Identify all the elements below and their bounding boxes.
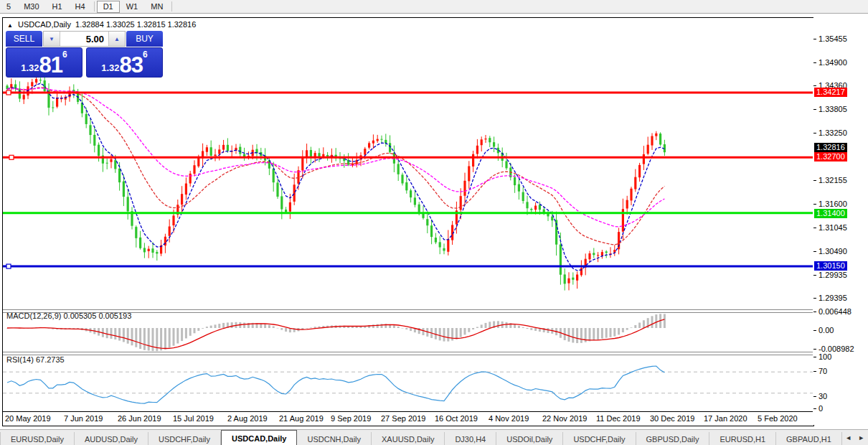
candle-body (435, 238, 437, 243)
macd-label: MACD(12,26,9) 0.005305 0.005193 (6, 312, 131, 320)
timeframe-button-h4[interactable]: H4 (69, 1, 92, 12)
candle-body (247, 156, 250, 156)
timeframe-button-h1[interactable]: H1 (46, 1, 69, 12)
macd-bar (127, 328, 129, 344)
candle-body (597, 255, 599, 256)
chart-tab-usdcnh-daily[interactable]: USDCNH,Daily (297, 432, 372, 445)
macd-bar (530, 328, 532, 330)
candle-body (439, 242, 441, 247)
date-label: 5 Feb 2020 (758, 414, 798, 423)
candle-body (372, 141, 374, 144)
axis-tick-label: 1.29395 (819, 294, 847, 302)
macd-bar (634, 325, 636, 328)
axis-tick-label: 1.30490 (819, 247, 847, 256)
macd-bar (514, 324, 516, 328)
chart-tab-eurusd-h1[interactable]: EURUSD,H1 (709, 432, 776, 445)
macd-bar (472, 328, 474, 329)
timeframe-button-5[interactable]: 5 (0, 1, 17, 12)
chart-tab-eurusd-daily[interactable]: EURUSD,Daily (0, 432, 75, 445)
sell-button[interactable]: SELL (6, 31, 42, 47)
macd-bar (197, 328, 199, 331)
macd-bar (139, 328, 141, 349)
rsi-pane[interactable] (3, 354, 813, 411)
axis-tick-mark (813, 312, 816, 312)
macd-bar (651, 316, 654, 328)
macd-bar (306, 328, 308, 329)
macd-bar (481, 324, 483, 328)
tab-scroll-right-icon[interactable]: ► (855, 432, 868, 444)
date-label: 26 Jun 2019 (118, 414, 161, 423)
candle-body (560, 245, 562, 275)
axis-tick-mark (813, 371, 816, 372)
date-label: 15 Jul 2019 (173, 414, 214, 423)
candle-body (414, 197, 416, 205)
buy-button[interactable]: BUY (126, 31, 163, 47)
candle-body (368, 143, 370, 147)
candle-body (210, 147, 212, 156)
macd-bar (534, 328, 537, 331)
macd-bar (527, 328, 529, 329)
chart-tab-usdcad-daily[interactable]: USDCAD,Daily (221, 430, 297, 445)
macd-bar (664, 314, 666, 328)
macd-bar (568, 328, 570, 342)
macd-bar (443, 328, 445, 342)
macd-bar (314, 327, 316, 328)
macd-bar (260, 324, 262, 328)
macd-bar (522, 327, 524, 328)
axis-tick-mark (813, 330, 816, 331)
candle-body (39, 80, 42, 80)
chart-tab-gbpusd-daily[interactable]: GBPUSD,Daily (636, 432, 710, 445)
date-label: 21 Aug 2019 (279, 414, 324, 423)
macd-bar (468, 328, 470, 332)
axis-tick-mark (813, 349, 816, 350)
volume-decrease-button[interactable]: ▼ (44, 32, 60, 46)
date-label: 20 May 2019 (5, 414, 51, 423)
chart-tab-dj30-h4[interactable]: DJ30,H4 (445, 432, 496, 445)
date-label: 2 Aug 2019 (227, 414, 268, 423)
timeframe-button-w1[interactable]: W1 (120, 1, 145, 12)
volume-control: ▼ ▲ (43, 31, 126, 47)
date-axis: 20 May 20197 Jun 201926 Jun 201915 Jul 2… (3, 412, 813, 425)
tab-scroll-arrows: ◄► (842, 430, 868, 445)
volume-input[interactable] (60, 32, 108, 46)
buy-price-box[interactable]: 1.32 83 6 (86, 47, 163, 78)
candle-body (364, 149, 366, 155)
volume-increase-button[interactable]: ▲ (108, 32, 125, 46)
timeframe-button-d1[interactable]: D1 (97, 1, 120, 13)
macd-bar (206, 327, 208, 328)
chart-symbol-label: USDCAD,Daily (18, 20, 71, 29)
candle-body (377, 139, 379, 141)
moving-average-mid (7, 88, 664, 245)
chart-tab-usdchf-daily[interactable]: USDCHF,Daily (563, 432, 636, 445)
chart-tab-gbpaud-h1[interactable]: GBPAUD,H1 (776, 432, 842, 445)
macd-bar (655, 314, 657, 328)
macd-bar (397, 327, 400, 328)
date-label: 27 Sep 2019 (381, 414, 425, 423)
tab-scroll-left-icon[interactable]: ◄ (842, 432, 855, 444)
chart-tab-usdoil-daily[interactable]: USDOil,Daily (496, 432, 563, 445)
macd-bar (622, 328, 624, 332)
macd-bar (610, 328, 612, 337)
timeframe-button-m30[interactable]: M30 (17, 1, 45, 12)
sell-price-prefix: 1.32 (21, 62, 39, 73)
candle-body (484, 139, 486, 139)
chart-tab-xauusd-daily[interactable]: XAUUSD,Daily (372, 432, 445, 445)
axis-tick-label: 70 (819, 367, 827, 375)
macd-bar (214, 324, 217, 328)
sell-price-box[interactable]: 1.32 81 6 (6, 47, 82, 78)
axis-tick-mark (813, 39, 816, 39)
chart-tab-usdchf-daily[interactable]: USDCHF,Daily (148, 432, 221, 445)
mt4-terminal: { "toolbar": { "timeframes": ["5", "M30"… (0, 0, 868, 445)
timeframe-button-mn[interactable]: MN (144, 1, 169, 12)
candle-body (52, 108, 54, 108)
macd-bar (285, 328, 287, 332)
candle-body (156, 252, 158, 253)
macd-bar (476, 327, 478, 328)
macd-bar (164, 328, 166, 350)
axis-tick-mark (813, 298, 816, 299)
date-label: 16 Oct 2019 (435, 414, 478, 423)
date-label: 30 Dec 2019 (650, 414, 694, 423)
macd-bar (173, 328, 175, 346)
chart-tab-audusd-daily[interactable]: AUDUSD,Daily (75, 432, 148, 445)
axis-tick-label: 1.31600 (819, 200, 847, 208)
